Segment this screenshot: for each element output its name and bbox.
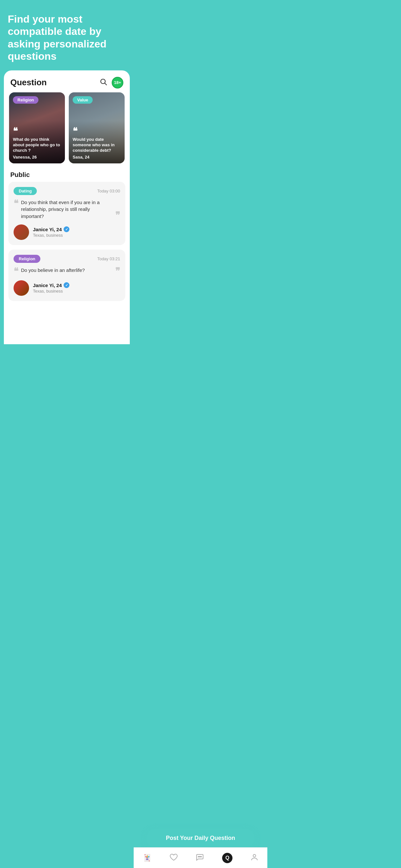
question-card-2[interactable]: Value ❝ Would you date someone who was i… bbox=[69, 92, 125, 163]
card2-author: Sasa, 24 bbox=[73, 155, 121, 159]
pub-card2-quote-close: ❞ bbox=[115, 267, 120, 276]
pub-card1-username: Janice Yi, 24 bbox=[33, 227, 62, 232]
pub-card2-user-sub: Texas, business bbox=[33, 289, 69, 293]
card1-text-block: ❝ What do you think about people who go … bbox=[13, 127, 61, 159]
pub-card2-avatar bbox=[13, 280, 29, 296]
pub-card2-user-info: Janice Yi, 24 ✓ Texas, business bbox=[33, 282, 69, 293]
header-icons: 18+ bbox=[99, 77, 123, 89]
age-badge[interactable]: 18+ bbox=[112, 77, 123, 89]
pub-card1-time: Today 03:00 bbox=[97, 189, 120, 193]
pub-card1-user-row: Janice Yi, 24 ✓ Texas, business bbox=[13, 224, 120, 240]
pub-card2-username: Janice Yi, 24 bbox=[33, 283, 62, 288]
svg-line-1 bbox=[105, 83, 107, 85]
pub-card1-quote-close: ❞ bbox=[115, 211, 120, 220]
card2-quote-mark: ❝ bbox=[73, 127, 121, 135]
public-card-1[interactable]: Dating Today 03:00 ❝ Do you think that e… bbox=[8, 182, 125, 245]
pub-card1-quote-open: ❝ bbox=[13, 199, 19, 208]
pub-card1-question: Do you think that even if you are in a r… bbox=[21, 199, 113, 220]
card1-question: What do you think about people who go to… bbox=[13, 137, 61, 153]
question-card-1[interactable]: Religion ❝ What do you think about peopl… bbox=[9, 92, 65, 163]
pub-card2-question-row: ❝ Do you believe in an afterlife? ❞ bbox=[13, 267, 120, 276]
public-section-label: Public bbox=[4, 168, 130, 182]
card1-author: Vanessa, 26 bbox=[13, 155, 61, 159]
pub-card1-avatar bbox=[13, 224, 29, 240]
card2-text-block: ❝ Would you date someone who was in cons… bbox=[73, 127, 121, 159]
pub-card1-header: Dating Today 03:00 bbox=[13, 187, 120, 195]
search-button[interactable] bbox=[99, 78, 107, 88]
pub-card1-user-info: Janice Yi, 24 ✓ Texas, business bbox=[33, 226, 69, 238]
card1-tag: Religion bbox=[13, 96, 38, 104]
pub-card1-question-row: ❝ Do you think that even if you are in a… bbox=[13, 199, 120, 220]
pub-card1-name-row: Janice Yi, 24 ✓ bbox=[33, 226, 69, 232]
question-cards-row: Religion ❝ What do you think about peopl… bbox=[4, 92, 130, 168]
hero-section: Find your most compatible date by asking… bbox=[0, 0, 134, 70]
card2-tag: Value bbox=[73, 96, 93, 104]
pub-card2-question: Do you believe in an afterlife? bbox=[21, 267, 113, 274]
card-header: Question 18+ bbox=[4, 70, 130, 92]
card2-question: Would you date someone who was in consid… bbox=[73, 137, 121, 153]
card-title: Question bbox=[10, 78, 47, 88]
pub-card2-user-row: Janice Yi, 24 ✓ Texas, business bbox=[13, 280, 120, 296]
pub-card2-name-row: Janice Yi, 24 ✓ bbox=[33, 282, 69, 288]
pub-card1-verified: ✓ bbox=[64, 226, 69, 232]
pub-card1-tag: Dating bbox=[13, 187, 37, 195]
pub-card1-user-sub: Texas, business bbox=[33, 233, 69, 238]
main-card: Question 18+ Religion ❝ What do you thin… bbox=[4, 70, 130, 344]
pub-card2-verified: ✓ bbox=[64, 282, 69, 288]
pub-card2-tag: Religion bbox=[13, 255, 40, 263]
hero-title: Find your most compatible date by asking… bbox=[8, 13, 126, 63]
pub-card2-header: Religion Today 03:21 bbox=[13, 255, 120, 263]
card1-quote-mark: ❝ bbox=[13, 127, 61, 135]
pub-card2-quote-open: ❝ bbox=[13, 267, 19, 276]
public-card-2[interactable]: Religion Today 03:21 ❝ Do you believe in… bbox=[8, 250, 125, 301]
pub-card2-time: Today 03:21 bbox=[97, 256, 120, 261]
